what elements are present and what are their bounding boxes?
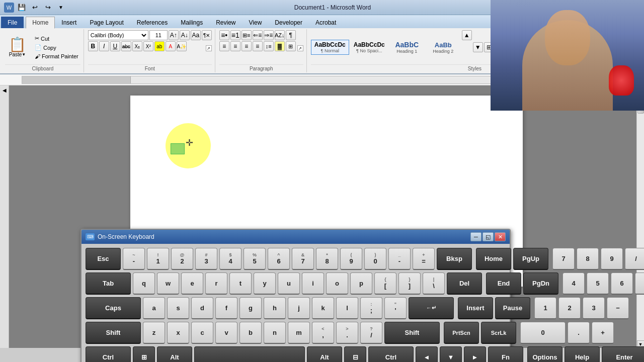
tab-insert[interactable]: Insert <box>55 17 83 28</box>
redo-quick-btn[interactable]: ↪ <box>42 2 53 13</box>
key-minus[interactable]: _- <box>388 248 411 270</box>
key-alt-left[interactable]: Alt <box>157 346 192 362</box>
key-r[interactable]: r <box>205 273 227 295</box>
italic-button[interactable]: I <box>99 41 109 51</box>
key-k[interactable]: k <box>312 297 334 319</box>
undo-quick-btn[interactable]: ↩ <box>29 2 40 13</box>
style-normal[interactable]: AaBbCcDc ¶ Normal <box>311 40 349 55</box>
key-3[interactable]: #3 <box>195 248 217 270</box>
osk-minimize[interactable]: ─ <box>470 232 481 241</box>
key-backslash[interactable]: |\ <box>423 273 445 295</box>
key-pause[interactable]: Pause <box>495 297 530 319</box>
key-fn[interactable]: Fn <box>488 346 523 362</box>
key-pgdn[interactable]: PgDn <box>523 273 558 295</box>
key-z[interactable]: z <box>143 322 165 344</box>
save-quick-btn[interactable]: 💾 <box>16 2 27 13</box>
superscript-button[interactable]: X² <box>143 41 153 51</box>
tab-view[interactable]: View <box>243 17 269 28</box>
sort-button[interactable]: AZ↓ <box>275 30 285 40</box>
style-heading1[interactable]: AaBbC Heading 1 <box>389 39 425 55</box>
key-tab[interactable]: Tab <box>86 273 131 295</box>
scrollbar-vertical[interactable]: ▲ ▼ <box>636 85 644 348</box>
key-x[interactable]: x <box>167 322 189 344</box>
key-alt-right[interactable]: Alt <box>307 346 342 362</box>
tab-references[interactable]: References <box>130 17 174 28</box>
key-space[interactable] <box>194 346 305 362</box>
key-rbracket[interactable]: }] <box>398 273 421 295</box>
show-marks-button[interactable]: ¶ <box>286 30 296 40</box>
font-grow-button[interactable]: A↑ <box>169 30 179 40</box>
key-y[interactable]: y <box>254 273 276 295</box>
key-7[interactable]: &7 <box>292 248 314 270</box>
key-prtscn[interactable]: PrtScn <box>444 322 479 344</box>
key-num-period[interactable]: . <box>568 322 590 344</box>
key-8[interactable]: *8 <box>316 248 338 270</box>
key-f[interactable]: f <box>215 297 237 319</box>
key-num7[interactable]: 7 <box>552 248 575 270</box>
key-arrow-right[interactable]: ► <box>464 346 486 362</box>
text-highlight-button[interactable]: ab <box>154 41 165 51</box>
osk-close[interactable]: ✕ <box>495 232 506 241</box>
tab-home[interactable]: Home <box>26 17 55 29</box>
styles-scroll-down[interactable]: ▼ <box>473 42 483 52</box>
key-equals[interactable]: += <box>413 248 435 270</box>
key-m[interactable]: m <box>288 322 310 344</box>
key-5[interactable]: %5 <box>244 248 266 270</box>
key-6[interactable]: ^6 <box>268 248 290 270</box>
tab-file[interactable]: File <box>1 17 24 28</box>
key-num1[interactable]: 1 <box>534 297 556 319</box>
key-l[interactable]: l <box>336 297 358 319</box>
key-u[interactable]: u <box>278 273 300 295</box>
align-center-button[interactable]: ≡ <box>230 41 240 51</box>
key-tilde[interactable]: ~- <box>123 248 145 270</box>
key-quote[interactable]: "' <box>384 297 407 319</box>
key-num6[interactable]: 6 <box>611 273 633 295</box>
text-effect-button[interactable]: A✨ <box>177 41 187 51</box>
key-ctrl-right[interactable]: Ctrl <box>368 346 414 362</box>
key-arrow-left[interactable]: ◄ <box>416 346 438 362</box>
key-9[interactable]: (9 <box>340 248 362 270</box>
shading-button[interactable]: ▓ <box>275 41 285 51</box>
tab-developer[interactable]: Developer <box>268 17 309 28</box>
key-num4[interactable]: 4 <box>562 273 585 295</box>
key-num-plus[interactable]: + <box>592 322 614 344</box>
key-0[interactable]: )0 <box>364 248 386 270</box>
key-pgup[interactable]: PgUp <box>513 248 548 270</box>
cut-button[interactable]: ✂ Cut <box>33 34 80 43</box>
key-arrow-down[interactable]: ▼ <box>440 346 462 362</box>
key-g[interactable]: g <box>239 297 262 319</box>
paste-button[interactable]: 📋 Paste▼ <box>5 36 30 59</box>
key-w[interactable]: w <box>157 273 179 295</box>
key-insert[interactable]: Insert <box>458 297 493 319</box>
key-a[interactable]: a <box>143 297 165 319</box>
key-del[interactable]: Del <box>447 273 482 295</box>
key-scrlk[interactable]: ScrLk <box>481 322 516 344</box>
key-b[interactable]: b <box>239 322 262 344</box>
view-mode-btn[interactable]: ◀ <box>3 87 7 93</box>
key-semicolon[interactable]: :; <box>360 297 382 319</box>
decrease-indent-button[interactable]: ⇐≡ <box>253 30 263 40</box>
key-num2[interactable]: 2 <box>558 297 581 319</box>
key-1[interactable]: !1 <box>147 248 169 270</box>
key-2[interactable]: @2 <box>171 248 193 270</box>
tab-review[interactable]: Review <box>209 17 242 28</box>
key-end[interactable]: End <box>486 273 521 295</box>
key-period[interactable]: >. <box>336 322 358 344</box>
borders-button[interactable]: ⊞ <box>286 41 296 51</box>
style-no-spacing[interactable]: AaBbCcDc ¶ No Spaci... <box>350 40 388 55</box>
key-help[interactable]: Help <box>565 346 600 362</box>
key-p[interactable]: p <box>350 273 372 295</box>
numbering-button[interactable]: ≡1 <box>230 30 240 40</box>
key-e[interactable]: e <box>181 273 203 295</box>
key-backspace[interactable]: Bksp <box>437 248 472 270</box>
align-left-button[interactable]: ≡ <box>219 41 229 51</box>
tab-page-layout[interactable]: Page Layout <box>83 17 130 28</box>
key-home[interactable]: Home <box>476 248 511 270</box>
align-right-button[interactable]: ≡ <box>242 41 252 51</box>
key-ctrl-left[interactable]: Ctrl <box>86 346 131 362</box>
increase-indent-button[interactable]: ⇒≡ <box>264 30 274 40</box>
style-heading2[interactable]: AaBb Heading 2 <box>426 40 461 55</box>
key-enter-num[interactable]: Enter <box>602 346 644 362</box>
key-enter[interactable]: ←↵ <box>409 297 454 319</box>
osk-restore[interactable]: ◱ <box>482 232 494 241</box>
